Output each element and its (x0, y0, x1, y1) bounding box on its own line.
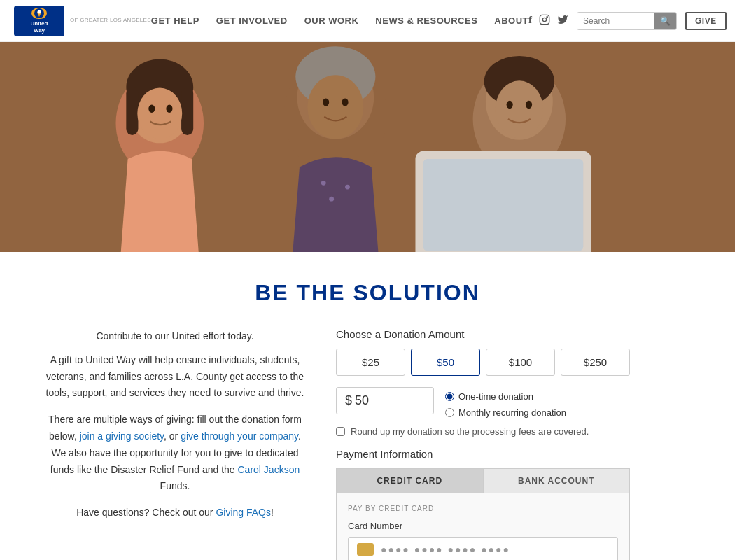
logo-area: United Way OF GREATER LOS ANGELES (14, 6, 151, 36)
faq-text: Have questions? Check out our Giving FAQ… (42, 505, 308, 522)
logo-icon (31, 8, 47, 20)
social-icons: f (528, 14, 568, 27)
nav-item-our-work[interactable]: OUR WORK (304, 15, 359, 26)
search-box[interactable]: 🔍 (577, 12, 677, 30)
search-button[interactable]: 🔍 (654, 13, 676, 29)
section-title: BE THE SOLUTION (42, 280, 693, 306)
card-number-input-wrap[interactable]: ●●●● ●●●● ●●●● ●●●● (348, 537, 618, 560)
hero-image (0, 42, 735, 252)
credit-card-section: PAY BY CREDIT CARD Card Number ●●●● ●●●●… (336, 493, 630, 560)
amount-btn-50[interactable]: $50 (411, 349, 480, 376)
card-number-label: Card Number (348, 521, 618, 531)
nav-item-get-involved[interactable]: GET INVOLVED (216, 15, 288, 26)
svg-rect-33 (0, 42, 735, 252)
svg-point-3 (542, 18, 546, 21)
give-through-company-link[interactable]: give through your company (181, 430, 298, 442)
payment-info-label: Payment Information (336, 448, 630, 460)
round-up-checkbox[interactable] (336, 427, 345, 436)
monthly-radio-label[interactable]: Monthly recurring donation (445, 407, 566, 418)
svg-point-4 (547, 17, 547, 18)
main-nav: GET HELP GET INVOLVED OUR WORK NEWS & RE… (151, 15, 528, 26)
header-right: f 🔍 GIVE (528, 12, 727, 30)
round-up-label: Round up my donation so the processing f… (351, 426, 589, 437)
amount-buttons: $25 $50 $100 $250 (336, 349, 630, 376)
card-placeholder: ●●●● ●●●● ●●●● ●●●● (381, 544, 510, 555)
body2-mid: , or (164, 430, 178, 442)
twitter-icon[interactable] (557, 14, 568, 27)
donation-type: One-time donation Monthly recurring dona… (445, 387, 566, 418)
logo-text: United Way (31, 20, 48, 34)
donation-form: Choose a Donation Amount $25 $50 $100 $2… (336, 328, 630, 560)
custom-amount-input[interactable] (355, 393, 411, 408)
svg-point-1 (38, 10, 41, 13)
monthly-radio[interactable] (445, 408, 454, 417)
give-button[interactable]: GIVE (685, 12, 727, 30)
card-chip-icon (357, 543, 374, 556)
round-up-row[interactable]: Round up my donation so the processing f… (336, 426, 630, 437)
faq-suffix: ! (271, 507, 274, 518)
header: United Way OF GREATER LOS ANGELES GET HE… (0, 0, 735, 42)
one-time-radio[interactable] (445, 392, 454, 401)
instagram-icon[interactable] (539, 14, 550, 27)
left-column: Contribute to our United effort today. A… (42, 328, 308, 531)
giving-faqs-link[interactable]: Giving FAQs (216, 507, 271, 518)
logo-subtitle: OF GREATER LOS ANGELES (70, 17, 151, 24)
nav-item-get-help[interactable]: GET HELP (151, 15, 200, 26)
body-text-2: There are multiple ways of giving: fill … (42, 412, 308, 495)
pay-by-label: PAY BY CREDIT CARD (348, 505, 618, 512)
intro-text: Contribute to our United effort today. (42, 328, 308, 345)
hero-svg (0, 42, 735, 252)
search-input[interactable] (578, 13, 654, 29)
svg-rect-2 (540, 15, 549, 24)
facebook-icon[interactable]: f (528, 14, 532, 27)
join-giving-society-link[interactable]: join a giving society (80, 430, 164, 442)
amount-btn-25[interactable]: $25 (336, 349, 405, 376)
dollar-sign: $ (345, 393, 352, 408)
one-time-label: One-time donation (458, 391, 533, 402)
body2-end: Funds. (160, 480, 190, 491)
logo-box: United Way (14, 6, 64, 36)
credit-card-tab[interactable]: CREDIT CARD (336, 468, 483, 493)
body-text-1: A gift to United Way will help ensure in… (42, 352, 308, 402)
bank-account-tab[interactable]: BANK ACCOUNT (483, 468, 631, 493)
faq-prefix: Have questions? Check out our (76, 507, 213, 518)
main-content: BE THE SOLUTION Contribute to our United… (0, 252, 735, 560)
one-time-radio-label[interactable]: One-time donation (445, 391, 566, 402)
nav-item-about[interactable]: ABOUT (494, 15, 528, 26)
nav-item-news-resources[interactable]: NEWS & RESOURCES (375, 15, 477, 26)
two-col-layout: Contribute to our United effort today. A… (42, 328, 693, 560)
payment-tabs: CREDIT CARD BANK ACCOUNT (336, 468, 630, 493)
donation-amount-label: Choose a Donation Amount (336, 328, 630, 340)
amount-btn-250[interactable]: $250 (561, 349, 630, 376)
amount-btn-100[interactable]: $100 (486, 349, 555, 376)
monthly-label: Monthly recurring donation (458, 407, 566, 418)
carol-jackson-link[interactable]: Carol Jackson (238, 464, 300, 475)
custom-amount-row: $ One-time donation Monthly recurring do… (336, 387, 630, 418)
custom-amount-input-wrap[interactable]: $ (336, 387, 434, 414)
